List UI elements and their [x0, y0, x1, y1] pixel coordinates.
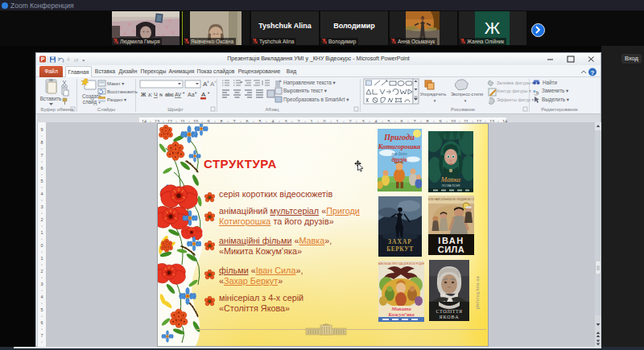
- svg-text:НАЙБІЛЬША ПРИГОДА ДЛЯ ВСІЄЇ РО: НАЙБІЛЬША ПРИГОДА ДЛЯ ВСІЄЇ РОДИНИ: [378, 262, 424, 266]
- svg-text:Редактирование: Редактирование: [541, 107, 578, 112]
- svg-text:Слайды: Слайды: [97, 107, 115, 112]
- svg-text:Преобразовать в SmartArt ▾: Преобразовать в SmartArt ▾: [283, 97, 349, 103]
- svg-text:2: 2: [40, 269, 43, 274]
- svg-text:Шрифт: Шрифт: [167, 107, 184, 112]
- svg-text:Ч: Ч: [154, 92, 158, 97]
- svg-text:Макет ▾: Макет ▾: [107, 81, 124, 86]
- svg-text:СИЛА: СИЛА: [438, 245, 465, 254]
- svg-text:Заменить ▾: Заменить ▾: [542, 88, 569, 93]
- svg-text:▾: ▾: [464, 98, 467, 103]
- svg-text:abс: abс: [165, 92, 174, 97]
- svg-text:˅: ˅: [214, 80, 217, 84]
- svg-text:Мавка: Мавка: [440, 175, 461, 183]
- svg-text:3: 3: [40, 282, 43, 286]
- svg-text:Aa: Aa: [188, 92, 195, 97]
- svg-text:ЗАХАР: ЗАХАР: [388, 238, 412, 245]
- svg-text:Направление текста ▾: Направление текста ▾: [283, 80, 336, 86]
- svg-text:▾: ▾: [434, 98, 436, 103]
- svg-text:1: 1: [40, 230, 43, 235]
- svg-text:Упорядочить: Упорядочить: [420, 92, 447, 97]
- svg-text:Буфер обмена: Буфер обмена: [41, 107, 74, 112]
- svg-text:b: b: [536, 90, 539, 95]
- svg-text:Вставить: Вставить: [40, 96, 62, 101]
- svg-text:2: 2: [40, 217, 43, 222]
- svg-text:Контур фигуры ▾: Контур фигуры ▾: [497, 89, 531, 93]
- svg-text:9: 9: [40, 127, 43, 132]
- svg-text:6: 6: [40, 320, 43, 325]
- svg-text:▾: ▾: [183, 91, 185, 95]
- svg-text:Эффекты фигур ▾: Эффекты фигур ▾: [497, 97, 534, 102]
- svg-text:СТОЛІТТЯ: СТОЛІТТЯ: [436, 309, 463, 314]
- svg-text:Котигорошка: Котигорошка: [378, 142, 421, 150]
- svg-text:▾: ▾: [195, 91, 197, 95]
- svg-text:Микита: Микита: [390, 306, 411, 311]
- svg-text:˄: ˄: [207, 80, 209, 84]
- svg-text:S: S: [159, 92, 163, 98]
- svg-text:Выделить ▾: Выделить ▾: [542, 97, 570, 103]
- svg-text:7: 7: [40, 153, 43, 158]
- svg-text:ЛІСОВА ПІСНЯ: ЛІСОВА ПІСНЯ: [442, 184, 461, 187]
- svg-text:A: A: [201, 91, 206, 98]
- svg-text:6: 6: [40, 166, 43, 171]
- svg-text:БЕРКУТ: БЕРКУТ: [386, 245, 413, 253]
- svg-text:4: 4: [40, 294, 43, 299]
- svg-text:ВІН БУВ НАЙСИЛЬНІШОЮ ЛЮДИНОЮ С: ВІН БУВ НАЙСИЛЬНІШОЮ ЛЮДИНОЮ СВІТУ: [428, 198, 474, 201]
- svg-text:8: 8: [40, 140, 43, 145]
- svg-text:К: К: [147, 92, 152, 98]
- svg-text:Абзац: Абзац: [266, 107, 279, 112]
- svg-text:Рисование: Рисование: [451, 107, 476, 112]
- svg-text:Кожумʼяка: Кожумʼяка: [387, 311, 415, 317]
- svg-text:▾: ▾: [208, 91, 210, 95]
- svg-text:Найти: Найти: [543, 80, 557, 85]
- svg-text:AV: AV: [175, 92, 182, 97]
- svg-text:Выровнять текст ▾: Выровнять текст ▾: [283, 88, 328, 94]
- svg-text:Раздел ▾: Раздел ▾: [107, 97, 126, 102]
- svg-text:5: 5: [40, 307, 43, 312]
- svg-text:Экспресс-стили: Экспресс-стили: [451, 92, 483, 97]
- svg-text:Пригоди: Пригоди: [383, 133, 415, 142]
- svg-text:Ж: Ж: [140, 92, 147, 97]
- svg-text:Заливка фигуры ▾: Заливка фигуры ▾: [497, 80, 535, 85]
- svg-text:4: 4: [40, 191, 43, 196]
- svg-text:7: 7: [40, 333, 43, 338]
- svg-text:ЯКОВА: ЯКОВА: [439, 315, 459, 319]
- svg-text:1: 1: [40, 256, 43, 261]
- svg-text:Восстановить: Восстановить: [107, 89, 138, 94]
- svg-text:?: ?: [591, 69, 595, 76]
- svg-text:3: 3: [40, 204, 43, 209]
- svg-text:5: 5: [40, 179, 43, 183]
- svg-text:0: 0: [40, 243, 43, 248]
